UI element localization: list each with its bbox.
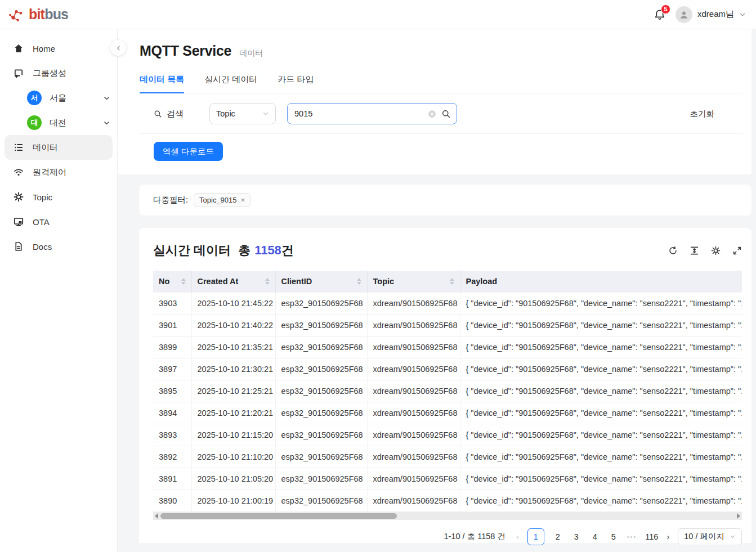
cell-created-at: 2025-10-10 21:30:21 (191, 358, 275, 380)
sort-icon[interactable] (181, 278, 187, 285)
tab-data-list[interactable]: 데이터 목록 (140, 74, 184, 93)
cell-created-at: 2025-10-10 21:15:20 (191, 424, 275, 446)
sidebar-item-topic[interactable]: Topic (0, 185, 117, 209)
sidebar-item-docs[interactable]: Docs (0, 234, 117, 259)
page-ellipsis[interactable]: ••• (627, 533, 637, 540)
table-row[interactable]: 3893 2025-10-10 21:15:20 esp32_901506925… (153, 424, 742, 446)
cell-no: 3903 (153, 292, 191, 314)
user-menu[interactable]: xdream님 (676, 6, 746, 23)
cell-no: 3895 (153, 380, 191, 402)
reset-button[interactable]: 초기화 (690, 109, 715, 119)
next-page-button[interactable]: › (666, 532, 669, 541)
clear-input-icon[interactable] (428, 110, 436, 118)
chevron-down-icon (730, 533, 736, 540)
fullscreen-icon[interactable] (732, 246, 742, 255)
sort-icon[interactable] (265, 278, 271, 285)
gear-icon (14, 192, 24, 202)
notification-badge: 5 (661, 5, 670, 14)
column-header-no[interactable]: No (153, 271, 191, 292)
table-row[interactable]: 3897 2025-10-10 21:30:21 esp32_901506925… (153, 358, 742, 380)
table-row[interactable]: 3890 2025-10-10 21:00:19 esp32_901506925… (153, 490, 742, 511)
page-button-4[interactable]: 4 (590, 532, 600, 541)
search-field-select[interactable]: Topic (209, 103, 276, 124)
table-row[interactable]: 3891 2025-10-10 21:05:20 esp32_901506925… (153, 468, 742, 490)
cell-payload: { "device_id": "901506925F68", "device_n… (460, 424, 742, 446)
column-header-clientid[interactable]: ClientID (275, 271, 367, 292)
cell-no: 3890 (153, 490, 191, 511)
table-row[interactable]: 3894 2025-10-10 21:20:21 esp32_901506925… (153, 402, 742, 424)
sidebar: Home 그룹생성 서 서울 대 대전 데이터 (0, 29, 118, 552)
search-icon (154, 110, 162, 118)
logo-wordmark: bitbus (29, 7, 68, 21)
chevron-left-icon (115, 44, 122, 52)
scroll-right-arrow[interactable] (737, 513, 740, 519)
sidebar-item-data[interactable]: 데이터 (5, 135, 113, 160)
page-button-last[interactable]: 116 (645, 532, 658, 541)
multi-filter-label: 다중필터: (153, 195, 188, 205)
column-header-created-at[interactable]: Created At (191, 271, 275, 292)
table-row[interactable]: 3892 2025-10-10 21:10:20 esp32_901506925… (153, 446, 742, 468)
cell-created-at: 2025-10-10 21:35:21 (191, 336, 275, 358)
sidebar-item-seoul[interactable]: 서 서울 (0, 86, 117, 110)
tab-card-type[interactable]: 카드 타입 (278, 74, 314, 93)
page-button-3[interactable]: 3 (571, 532, 581, 541)
sidebar-item-label: OTA (33, 217, 50, 227)
sidebar-item-remote-control[interactable]: 원격제어 (0, 160, 117, 185)
scroll-left-arrow[interactable] (155, 513, 158, 519)
page-size-value: 10 / 페이지 (684, 531, 724, 542)
table-row[interactable]: 3903 2025-10-10 21:45:22 esp32_901506925… (153, 292, 742, 314)
cell-no: 3901 (153, 314, 191, 336)
filter-chip[interactable]: Topic_9015 × (194, 193, 250, 207)
sidebar-item-label: Topic (33, 192, 52, 202)
cell-topic: xdream/901506925F68 (367, 424, 460, 446)
sidebar-item-group-create[interactable]: 그룹생성 (0, 61, 117, 86)
page-button-5[interactable]: 5 (609, 532, 619, 541)
cell-topic: xdream/901506925F68 (367, 380, 460, 402)
daejeon-avatar: 대 (27, 115, 42, 130)
avatar (676, 6, 692, 23)
cell-payload: { "device_id": "901506925F68", "device_n… (460, 336, 742, 358)
sort-icon[interactable] (357, 278, 363, 285)
column-header-payload[interactable]: Payload (460, 271, 742, 292)
chevron-down-icon[interactable] (103, 119, 110, 127)
sort-icon[interactable] (450, 278, 455, 285)
page-button-2[interactable]: 2 (553, 532, 563, 541)
horizontal-scrollbar[interactable] (153, 512, 742, 520)
search-input[interactable] (294, 109, 423, 118)
cell-no: 3899 (153, 336, 191, 358)
tab-realtime-data[interactable]: 실시간 데이터 (204, 74, 257, 93)
page-size-select[interactable]: 10 / 페이지 (678, 528, 742, 545)
cell-no: 3893 (153, 424, 191, 446)
cell-clientid: esp32_901506925F68 (275, 468, 367, 490)
pagination: 1-10 / 총 1158 건 ‹ 1 2 3 4 5 ••• 116 › 10… (153, 528, 742, 545)
sidebar-item-home[interactable]: Home (0, 36, 117, 61)
table-row[interactable]: 3901 2025-10-10 21:40:22 esp32_901506925… (153, 314, 742, 336)
cell-topic: xdream/901506925F68 (367, 336, 460, 358)
sidebar-collapse-button[interactable] (110, 40, 126, 56)
page-button-1[interactable]: 1 (527, 528, 544, 545)
monitor-icon (14, 217, 24, 227)
cell-payload: { "device_id": "901506925F68", "device_n… (460, 292, 742, 314)
remove-filter-icon[interactable]: × (241, 196, 245, 204)
main-content: MQTT Service 데이터 데이터 목록 실시간 데이터 카드 타입 검색… (118, 29, 756, 552)
row-height-icon[interactable] (690, 246, 699, 255)
column-header-topic[interactable]: Topic (367, 271, 460, 292)
cell-topic: xdream/901506925F68 (367, 292, 460, 314)
previous-page-button[interactable]: ‹ (516, 532, 519, 541)
chevron-down-icon[interactable] (103, 95, 110, 102)
refresh-icon[interactable] (668, 246, 678, 255)
cell-topic: xdream/901506925F68 (367, 446, 460, 468)
excel-download-button[interactable]: 엑셀 다운로드 (154, 142, 223, 161)
scrollbar-thumb[interactable] (160, 513, 397, 519)
search-submit-icon[interactable] (441, 109, 451, 119)
table-row[interactable]: 3895 2025-10-10 21:25:21 esp32_901506925… (153, 380, 742, 402)
cell-payload: { "device_id": "901506925F68", "device_n… (460, 314, 742, 336)
sidebar-item-daejeon[interactable]: 대 대전 (0, 110, 117, 135)
notification-bell[interactable]: 5 (654, 9, 665, 20)
settings-gear-icon[interactable] (711, 246, 721, 255)
table-row[interactable]: 3899 2025-10-10 21:35:21 esp32_901506925… (153, 336, 742, 358)
logo[interactable]: bitbus (8, 6, 68, 23)
sidebar-item-ota[interactable]: OTA (0, 209, 117, 234)
cell-created-at: 2025-10-10 21:00:19 (191, 490, 275, 511)
document-icon (14, 241, 24, 252)
